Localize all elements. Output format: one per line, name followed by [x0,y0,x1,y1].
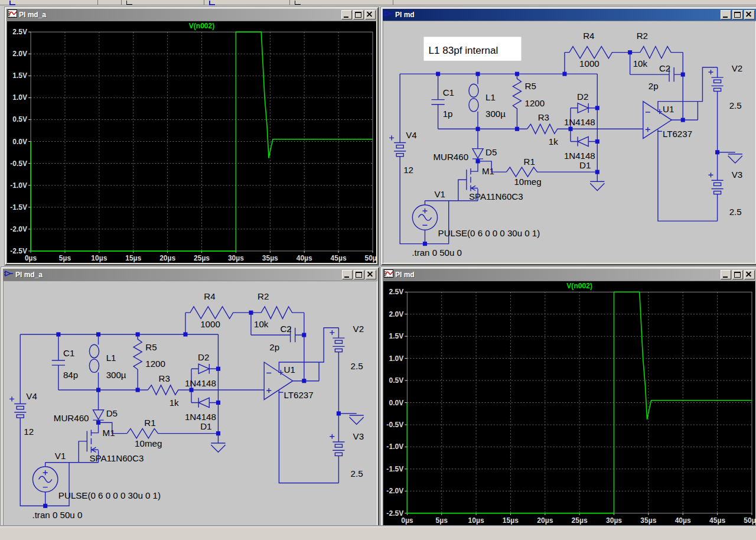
close-button[interactable] [366,270,376,279]
component-value[interactable]: 12 [24,427,34,437]
plot-area[interactable]: 2.5V2.0V1.5V1.0V0.5V0.0V-0.5V-1.0V-1.5V-… [6,21,377,264]
window-schematic-pimd-a[interactable]: PI md_a [1,267,379,528]
annotation[interactable]: L1 83pf internal [423,37,521,60]
component-value[interactable]: 1k [170,398,179,408]
component-ref[interactable]: V4 [26,391,37,401]
component-ref[interactable]: R3 [538,112,549,122]
capacitor-c1[interactable]: C1 1p [432,74,454,129]
component-ref[interactable]: V4 [406,130,416,140]
component-value[interactable]: 1N4148 [185,378,216,388]
titlebar[interactable]: PI md [383,9,756,21]
component-ref[interactable]: R5 [525,81,536,91]
component-ref[interactable]: C2 [659,63,670,73]
component-ref[interactable]: R5 [145,341,157,352]
diode-d5[interactable]: MUR460 D5 [434,147,497,162]
titlebar[interactable]: PI md [383,269,756,281]
component-value[interactable]: 2.5 [351,361,363,371]
diode-d1[interactable]: 1N4148 D1 [564,136,597,170]
component-ref[interactable]: M1 [103,428,115,438]
voltage-source-v3[interactable]: V3 2.5 [330,431,364,479]
minimize-button[interactable] [342,270,353,279]
waveform-plot[interactable]: 2.5V2.0V1.5V1.0V0.5V0.0V-0.5V-1.0V-1.5V-… [7,21,376,263]
waveform-plot[interactable]: 2.5V2.0V1.5V1.0V0.5V0.0V-0.5V-1.0V-1.5V-… [383,281,755,525]
spice-directive[interactable]: .tran 0 50u 0 [412,248,462,258]
component-ref[interactable]: V2 [353,324,364,334]
maximize-button[interactable] [732,10,743,19]
component-value[interactable]: 300µ [106,369,126,379]
component-value[interactable]: 1N4148 [564,151,595,161]
component-value[interactable]: PULSE(0 6 0 0 0 30u 0 1) [438,228,540,238]
inductor-l1[interactable]: L1 300µ [469,84,506,119]
schematic-area[interactable]: C1 1p L1 300µ R5 1200 R4 1000 R2 10k C2 … [383,21,756,264]
voltage-source-v3[interactable]: V3 2.5 [708,170,742,217]
component-ref[interactable]: L1 [106,353,116,363]
component-ref[interactable]: D2 [198,352,209,362]
diode-d2[interactable]: D2 1N4148 [564,92,597,128]
resistor-r4[interactable]: R4 1000 [565,31,630,69]
component-value[interactable]: 300µ [485,109,506,119]
component-value[interactable]: 1k [549,136,558,147]
schematic-canvas[interactable]: C1 1p L1 300µ R5 1200 R4 1000 R2 10k C2 … [383,21,755,263]
component-value[interactable]: 10k [633,58,648,69]
component-value[interactable]: 12 [403,165,413,175]
inductor-l1[interactable]: L1 300µ [89,344,126,379]
component-ref[interactable]: R2 [637,31,648,41]
component-value[interactable]: 2.5 [729,207,742,217]
minimize-button[interactable] [341,10,352,19]
component-ref[interactable]: V1 [55,450,66,460]
component-ref[interactable]: M1 [482,166,494,176]
component-ref[interactable]: R2 [258,291,269,301]
component-ref[interactable]: C1 [443,87,454,97]
component-ref[interactable]: R1 [524,157,535,167]
voltage-source-v4[interactable]: V4 12 [9,391,37,436]
component-value[interactable]: 2p [269,341,279,352]
maximize-button[interactable] [353,10,364,19]
titlebar[interactable]: PI md_a [3,269,377,281]
diode-d5[interactable]: MUR460 D5 [54,408,118,423]
component-value[interactable]: 2.5 [351,469,363,479]
component-ref[interactable]: V3 [353,431,364,441]
component-value[interactable]: 1000 [200,319,220,329]
voltage-source-v2[interactable]: V2 2.5 [330,324,364,371]
component-ref[interactable]: L1 [485,92,496,102]
schematic-canvas[interactable]: C1 84p L1 300µ R5 1200 R4 1000 R2 10k C2… [4,281,377,525]
component-ref[interactable]: C2 [280,324,291,334]
component-ref[interactable]: V1 [435,189,445,199]
component-value[interactable]: SPA11N60C3 [469,191,523,201]
component-value[interactable]: MUR460 [54,413,89,423]
voltage-source-v4[interactable]: V4 12 [389,130,417,175]
schematic-area[interactable]: C1 84p L1 300µ R5 1200 R4 1000 R2 10k C2… [3,281,377,526]
component-value[interactable]: PULSE(0 6 0 0 0 30u 0 1) [58,490,161,500]
component-ref[interactable]: R3 [158,373,170,383]
close-button[interactable] [744,10,755,19]
capacitor-c1[interactable]: C1 84p [52,334,78,390]
component-ref[interactable]: C1 [63,348,74,358]
titlebar[interactable]: PI md_a [6,9,377,21]
component-value[interactable]: 1p [443,109,453,119]
component-value[interactable]: 10k [254,319,269,329]
diode-d1[interactable]: 1N4148 D1 [185,398,219,431]
component-ref[interactable]: R1 [144,418,155,428]
minimize-button[interactable] [721,270,731,279]
diode-d2[interactable]: D2 1N4148 [185,352,219,388]
component-value[interactable]: 1200 [525,98,545,108]
minimize-button[interactable] [721,10,731,19]
component-ref[interactable]: U1 [663,104,674,114]
close-button[interactable] [744,270,755,279]
resistor-r2[interactable]: R2 10k [630,31,683,69]
component-ref[interactable]: D2 [577,92,588,102]
component-ref[interactable]: V2 [732,63,742,73]
component-value[interactable]: 1N4148 [564,117,595,127]
component-value[interactable]: 84p [63,369,78,379]
component-value[interactable]: LT6237 [663,129,692,139]
maximize-button[interactable] [354,270,364,279]
close-button[interactable] [365,10,376,19]
component-value[interactable]: 2.5 [729,100,742,110]
component-value[interactable]: 1200 [145,359,165,369]
window-plot-pimd[interactable]: PI md 2.5V2.0V1.5V1.0V0.5V0.0V-0.5V-1.0V… [381,267,756,528]
maximize-button[interactable] [732,270,743,279]
component-value[interactable]: 1000 [579,58,599,69]
component-ref[interactable]: D5 [106,408,118,418]
component-ref[interactable]: R4 [583,31,594,41]
resistor-r4[interactable]: R4 1000 [185,291,251,329]
